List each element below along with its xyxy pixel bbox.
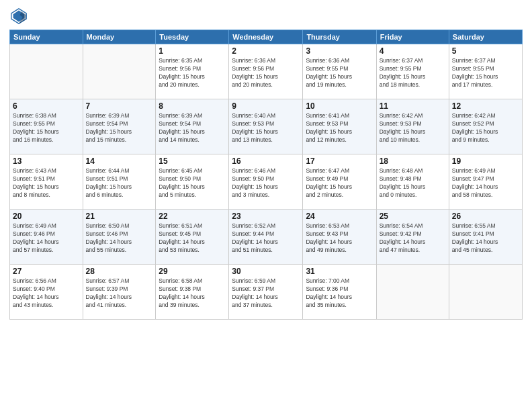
calendar-cell: 22Sunrise: 6:51 AM Sunset: 9:45 PM Dayli… <box>156 210 229 265</box>
calendar-page: SundayMondayTuesdayWednesdayThursdayFrid… <box>0 0 532 411</box>
week-row-3: 13Sunrise: 6:43 AM Sunset: 9:51 PM Dayli… <box>10 154 523 210</box>
calendar-cell: 27Sunrise: 6:56 AM Sunset: 9:40 PM Dayli… <box>10 265 83 320</box>
day-number: 14 <box>86 156 153 166</box>
calendar-cell: 26Sunrise: 6:55 AM Sunset: 9:41 PM Dayli… <box>449 210 522 265</box>
day-info: Sunrise: 6:36 AM Sunset: 9:55 PM Dayligh… <box>306 57 373 89</box>
calendar-cell: 25Sunrise: 6:54 AM Sunset: 9:42 PM Dayli… <box>376 210 449 265</box>
calendar-cell: 5Sunrise: 6:37 AM Sunset: 9:55 PM Daylig… <box>449 44 522 99</box>
day-number: 6 <box>13 101 80 111</box>
calendar-cell: 7Sunrise: 6:39 AM Sunset: 9:54 PM Daylig… <box>83 99 156 154</box>
calendar-cell: 23Sunrise: 6:52 AM Sunset: 9:44 PM Dayli… <box>229 210 303 265</box>
calendar-cell: 11Sunrise: 6:42 AM Sunset: 9:53 PM Dayli… <box>376 99 449 154</box>
calendar-cell: 9Sunrise: 6:40 AM Sunset: 9:53 PM Daylig… <box>229 99 303 154</box>
day-info: Sunrise: 7:00 AM Sunset: 9:36 PM Dayligh… <box>306 277 373 310</box>
day-info: Sunrise: 6:37 AM Sunset: 9:55 PM Dayligh… <box>380 57 446 89</box>
day-number: 24 <box>306 212 373 221</box>
day-info: Sunrise: 6:47 AM Sunset: 9:49 PM Dayligh… <box>306 167 373 199</box>
calendar-cell: 20Sunrise: 6:49 AM Sunset: 9:46 PM Dayli… <box>10 210 83 265</box>
calendar-cell <box>376 265 449 320</box>
calendar-cell: 15Sunrise: 6:45 AM Sunset: 9:50 PM Dayli… <box>156 154 229 210</box>
calendar-cell: 10Sunrise: 6:41 AM Sunset: 9:53 PM Dayli… <box>303 99 376 154</box>
calendar-cell: 19Sunrise: 6:49 AM Sunset: 9:47 PM Dayli… <box>449 154 522 210</box>
day-info: Sunrise: 6:44 AM Sunset: 9:51 PM Dayligh… <box>86 167 153 199</box>
calendar-cell: 12Sunrise: 6:42 AM Sunset: 9:52 PM Dayli… <box>449 99 522 154</box>
day-info: Sunrise: 6:42 AM Sunset: 9:52 PM Dayligh… <box>452 112 519 144</box>
week-row-1: 1Sunrise: 6:35 AM Sunset: 9:56 PM Daylig… <box>10 44 523 99</box>
day-number: 23 <box>232 212 300 221</box>
week-row-4: 20Sunrise: 6:49 AM Sunset: 9:46 PM Dayli… <box>10 210 523 265</box>
weekday-header-wednesday: Wednesday <box>229 30 303 44</box>
day-number: 29 <box>159 267 226 276</box>
calendar-cell: 28Sunrise: 6:57 AM Sunset: 9:39 PM Dayli… <box>83 265 156 320</box>
day-info: Sunrise: 6:38 AM Sunset: 9:55 PM Dayligh… <box>13 112 80 144</box>
calendar-cell: 8Sunrise: 6:39 AM Sunset: 9:54 PM Daylig… <box>156 99 229 154</box>
day-info: Sunrise: 6:51 AM Sunset: 9:45 PM Dayligh… <box>159 222 226 255</box>
day-number: 25 <box>380 212 446 221</box>
weekday-header-row: SundayMondayTuesdayWednesdayThursdayFrid… <box>10 30 523 44</box>
calendar-cell: 2Sunrise: 6:36 AM Sunset: 9:56 PM Daylig… <box>229 44 303 99</box>
calendar-cell: 14Sunrise: 6:44 AM Sunset: 9:51 PM Dayli… <box>83 154 156 210</box>
day-info: Sunrise: 6:52 AM Sunset: 9:44 PM Dayligh… <box>232 222 300 255</box>
day-info: Sunrise: 6:37 AM Sunset: 9:55 PM Dayligh… <box>452 57 519 89</box>
day-number: 13 <box>13 156 80 166</box>
weekday-header-thursday: Thursday <box>303 30 376 44</box>
day-info: Sunrise: 6:39 AM Sunset: 9:54 PM Dayligh… <box>86 112 153 144</box>
day-info: Sunrise: 6:48 AM Sunset: 9:48 PM Dayligh… <box>380 167 446 199</box>
calendar-cell: 31Sunrise: 7:00 AM Sunset: 9:36 PM Dayli… <box>303 265 376 320</box>
day-number: 4 <box>380 46 446 56</box>
day-info: Sunrise: 6:46 AM Sunset: 9:50 PM Dayligh… <box>232 167 300 199</box>
day-number: 19 <box>452 156 519 166</box>
day-number: 7 <box>86 101 153 111</box>
day-info: Sunrise: 6:36 AM Sunset: 9:56 PM Dayligh… <box>232 57 300 89</box>
weekday-header-saturday: Saturday <box>449 30 522 44</box>
day-number: 30 <box>232 267 300 276</box>
calendar-cell: 6Sunrise: 6:38 AM Sunset: 9:55 PM Daylig… <box>10 99 83 154</box>
day-number: 31 <box>306 267 373 276</box>
day-info: Sunrise: 6:55 AM Sunset: 9:41 PM Dayligh… <box>452 222 519 255</box>
day-info: Sunrise: 6:42 AM Sunset: 9:53 PM Dayligh… <box>380 112 446 144</box>
calendar-cell: 21Sunrise: 6:50 AM Sunset: 9:46 PM Dayli… <box>83 210 156 265</box>
weekday-header-monday: Monday <box>83 30 156 44</box>
calendar-cell: 24Sunrise: 6:53 AM Sunset: 9:43 PM Dayli… <box>303 210 376 265</box>
day-info: Sunrise: 6:49 AM Sunset: 9:47 PM Dayligh… <box>452 167 519 199</box>
weekday-header-tuesday: Tuesday <box>156 30 229 44</box>
header <box>9 7 523 26</box>
day-number: 21 <box>86 212 153 221</box>
calendar-cell: 18Sunrise: 6:48 AM Sunset: 9:48 PM Dayli… <box>376 154 449 210</box>
day-number: 3 <box>306 46 373 56</box>
day-number: 8 <box>159 101 226 111</box>
calendar-cell: 16Sunrise: 6:46 AM Sunset: 9:50 PM Dayli… <box>229 154 303 210</box>
week-row-5: 27Sunrise: 6:56 AM Sunset: 9:40 PM Dayli… <box>10 265 523 320</box>
day-number: 2 <box>232 46 300 56</box>
day-info: Sunrise: 6:56 AM Sunset: 9:40 PM Dayligh… <box>13 277 80 310</box>
day-info: Sunrise: 6:58 AM Sunset: 9:38 PM Dayligh… <box>159 277 226 310</box>
day-number: 16 <box>232 156 300 166</box>
day-number: 10 <box>306 101 373 111</box>
week-row-2: 6Sunrise: 6:38 AM Sunset: 9:55 PM Daylig… <box>10 99 523 154</box>
logo-icon <box>9 7 28 26</box>
calendar-cell <box>83 44 156 99</box>
day-info: Sunrise: 6:59 AM Sunset: 9:37 PM Dayligh… <box>232 277 300 310</box>
calendar-cell <box>10 44 83 99</box>
calendar-cell: 17Sunrise: 6:47 AM Sunset: 9:49 PM Dayli… <box>303 154 376 210</box>
day-number: 5 <box>452 46 519 56</box>
day-info: Sunrise: 6:40 AM Sunset: 9:53 PM Dayligh… <box>232 112 300 144</box>
weekday-header-sunday: Sunday <box>10 30 83 44</box>
day-info: Sunrise: 6:54 AM Sunset: 9:42 PM Dayligh… <box>380 222 446 255</box>
weekday-header-friday: Friday <box>376 30 449 44</box>
day-number: 27 <box>13 267 80 276</box>
day-number: 1 <box>159 46 226 56</box>
calendar-cell: 29Sunrise: 6:58 AM Sunset: 9:38 PM Dayli… <box>156 265 229 320</box>
day-number: 28 <box>86 267 153 276</box>
day-info: Sunrise: 6:35 AM Sunset: 9:56 PM Dayligh… <box>159 57 226 89</box>
day-number: 15 <box>159 156 226 166</box>
day-number: 20 <box>13 212 80 221</box>
day-number: 26 <box>452 212 519 221</box>
calendar-cell: 1Sunrise: 6:35 AM Sunset: 9:56 PM Daylig… <box>156 44 229 99</box>
logo <box>9 7 31 26</box>
day-number: 22 <box>159 212 226 221</box>
calendar-cell: 30Sunrise: 6:59 AM Sunset: 9:37 PM Dayli… <box>229 265 303 320</box>
day-number: 11 <box>380 101 446 111</box>
day-info: Sunrise: 6:50 AM Sunset: 9:46 PM Dayligh… <box>86 222 153 255</box>
day-info: Sunrise: 6:45 AM Sunset: 9:50 PM Dayligh… <box>159 167 226 199</box>
